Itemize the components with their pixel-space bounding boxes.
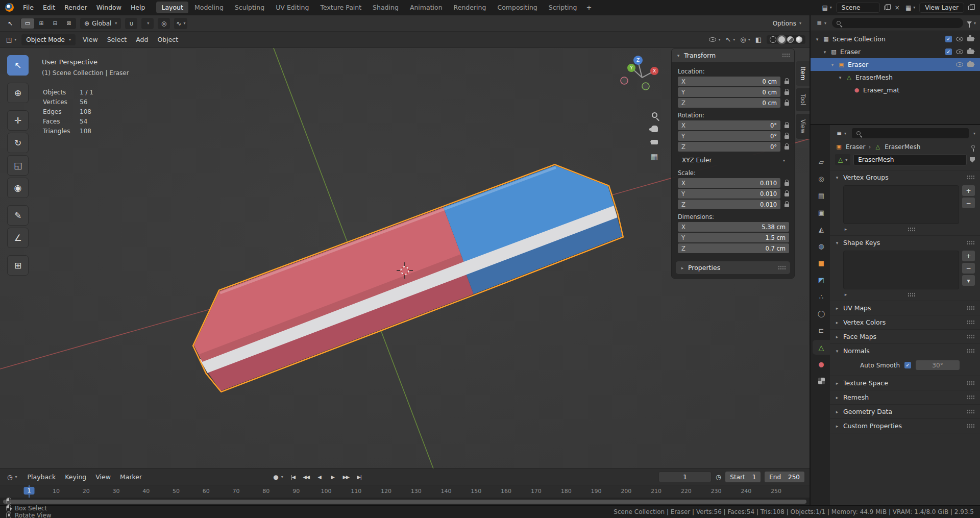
current-frame-badge[interactable]: 1	[24, 487, 35, 495]
blender-logo-icon[interactable]	[5, 3, 14, 12]
properties-tab-texture[interactable]	[813, 374, 830, 388]
shape-keys-button-1[interactable]: −	[962, 263, 975, 274]
timeline-menu-keying[interactable]: Keying	[61, 472, 90, 482]
vertex-groups-button-0[interactable]: +	[962, 185, 975, 196]
workspace-tab-animation[interactable]: Animation	[405, 2, 448, 13]
snap-magnet-icon[interactable]: ∪	[125, 18, 137, 29]
panel-header-shape-keys[interactable]: ▾Shape Keys	[830, 236, 980, 250]
properties-panel-header[interactable]: ▸ Properties	[676, 261, 790, 274]
frame-end-field[interactable]: End 250	[765, 472, 804, 482]
properties-tab-particles[interactable]: ∴	[813, 289, 830, 304]
shading-material-button[interactable]	[787, 36, 794, 43]
lock-icon[interactable]	[785, 182, 789, 186]
panel-header-uv-maps[interactable]: ▸UV Maps	[830, 301, 980, 315]
snap-target-dropdown[interactable]: ▾	[141, 18, 154, 29]
panel-header-geometry-data[interactable]: ▸Geometry Data	[830, 405, 980, 418]
vertex-groups-button-1[interactable]: −	[962, 198, 975, 208]
outliner-row-scene-collection-0[interactable]: ▾▦Scene Collection✓	[811, 33, 980, 45]
select-mode-intersect[interactable]: ⊠	[62, 18, 76, 29]
outliner-row-eraser-mat-4[interactable]: ●Eraser_mat	[811, 84, 980, 96]
properties-tab-object-data[interactable]: △	[813, 340, 830, 355]
breadcrumb-object[interactable]: Eraser	[846, 143, 865, 151]
topbar-menu-help[interactable]: Help	[127, 2, 150, 13]
disclosure-triangle-icon[interactable]: ▾	[822, 50, 827, 55]
transform-panel-header[interactable]: ▾ Transform	[672, 49, 794, 62]
workspace-tab-scripting[interactable]: Scripting	[544, 2, 582, 13]
properties-tab-output[interactable]: ▤	[813, 188, 830, 203]
axis-negative-y-ball[interactable]	[642, 83, 649, 90]
options-dropdown[interactable]: Options▾	[769, 18, 805, 29]
hide-in-viewport-eye-icon[interactable]	[956, 37, 963, 41]
play-reverse-button[interactable]: ◀	[314, 472, 325, 482]
editor-type-dropdown[interactable]: ◳▾	[4, 35, 18, 44]
properties-tab-object[interactable]: ■	[813, 256, 830, 270]
measure-tool-button[interactable]: ∠	[7, 228, 29, 248]
disclosure-triangle-icon[interactable]: ▾	[815, 37, 820, 42]
browse-mesh-dropdown[interactable]: △▾	[835, 154, 850, 165]
shading-solid-button[interactable]	[778, 36, 785, 43]
select-mode-set[interactable]: ▭	[21, 18, 34, 29]
cursor-tool-button[interactable]: ⊕	[7, 83, 29, 103]
viewport-menu-object[interactable]: Object	[153, 34, 182, 45]
jump-to-end-button[interactable]: ▶|	[354, 472, 365, 482]
filter-dropdown[interactable]: ▾	[967, 21, 976, 26]
timeline-menu-view[interactable]: View	[91, 472, 115, 482]
workspace-tab-layout[interactable]: Layout	[156, 2, 188, 13]
shading-wireframe-button[interactable]	[770, 36, 776, 43]
disclosure-triangle-icon[interactable]: ▸	[843, 292, 848, 297]
workspace-tab-compositing[interactable]: Compositing	[492, 2, 542, 13]
properties-tab-physics[interactable]: ◯	[813, 306, 830, 321]
play-button[interactable]: ▶	[327, 472, 338, 482]
auto-smooth-angle-field[interactable]: 30°	[916, 360, 960, 370]
topbar-menu-render[interactable]: Render	[60, 2, 91, 13]
browse-scene-icon[interactable]: ▤▾	[820, 3, 833, 12]
add-cube-tool-button[interactable]: ⊞	[7, 255, 29, 276]
properties-tab-material[interactable]: ●	[813, 357, 830, 372]
select-mode-subtract[interactable]: ⊟	[48, 18, 62, 29]
disable-in-renders-camera-icon[interactable]	[967, 37, 974, 41]
properties-search-input[interactable]	[852, 128, 969, 138]
auto-smooth-checkbox[interactable]: ✓	[904, 362, 911, 368]
outliner-search-input[interactable]	[832, 18, 963, 28]
workspace-tab-modeling[interactable]: Modeling	[189, 2, 229, 13]
unlink-scene-button[interactable]: ×	[893, 3, 901, 12]
outliner-row-erasermesh-3[interactable]: ▾△EraserMesh	[811, 71, 980, 84]
lock-icon[interactable]	[785, 81, 789, 84]
overlays-dropdown[interactable]: ◎▾	[740, 36, 750, 43]
panel-header-remesh[interactable]: ▸Remesh	[830, 390, 980, 404]
sidebar-tab-item[interactable]: Item	[796, 61, 810, 86]
scale-z-field[interactable]: Z0.010	[678, 200, 780, 209]
shape-keys-button-2[interactable]: ▾	[962, 275, 975, 286]
timeline-scrollbar[interactable]	[0, 498, 810, 505]
use-preview-range-button[interactable]: ◷	[716, 473, 721, 481]
new-view-layer-button[interactable]	[967, 4, 975, 11]
shape-keys-button-0[interactable]: +	[962, 251, 975, 261]
pan-button[interactable]	[651, 126, 658, 132]
xray-toggle[interactable]: ◧	[755, 36, 762, 43]
camera-view-button[interactable]	[651, 140, 658, 144]
navigation-gizmo[interactable]: Z Y X	[618, 54, 665, 101]
viewport-3d[interactable]: ↖⊕✛↻◱◉✎∠⊞ User Perspective (1) Scene Col…	[0, 48, 810, 468]
dimensions-z-field[interactable]: Z0.7 cm	[678, 243, 789, 253]
shading-rendered-button[interactable]	[796, 36, 802, 43]
sidebar-tab-view[interactable]: View	[796, 114, 810, 139]
scale-tool-button[interactable]: ◱	[7, 155, 29, 176]
pin-icon[interactable]	[971, 145, 975, 149]
zoom-button[interactable]	[652, 112, 657, 118]
browse-view-layer-icon[interactable]: ▦▾	[904, 3, 917, 12]
rotation-mode-dropdown[interactable]: XYZ Euler▾	[678, 155, 789, 165]
lock-icon[interactable]	[785, 146, 789, 150]
add-workspace-button[interactable]: +	[582, 3, 596, 12]
eraser-object[interactable]	[178, 150, 629, 396]
location-z-field[interactable]: Z0 cm	[678, 98, 780, 108]
move-tool-button[interactable]: ✛	[7, 110, 29, 131]
properties-tab-world[interactable]: ◍	[813, 239, 830, 254]
jump-to-start-button[interactable]: |◀	[287, 472, 299, 482]
annotate-tool-button[interactable]: ✎	[7, 205, 29, 226]
dimensions-x-field[interactable]: X5.38 cm	[678, 222, 789, 232]
panel-header-vertex-colors[interactable]: ▸Vertex Colors	[830, 315, 980, 329]
panel-header-face-maps[interactable]: ▸Face Maps	[830, 330, 980, 343]
next-keyframe-button[interactable]: ▶▶	[340, 472, 352, 482]
properties-tab-tool[interactable]: ▱	[813, 155, 830, 169]
topbar-menu-file[interactable]: File	[19, 2, 38, 13]
